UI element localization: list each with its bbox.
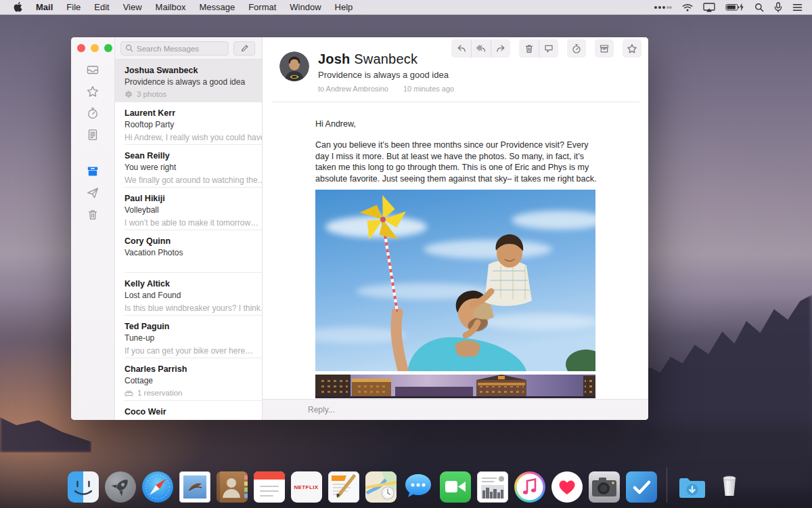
forward-icon[interactable] xyxy=(491,39,510,58)
message-row[interactable]: Ted Paguin Tune-up If you can get your b… xyxy=(115,316,262,358)
photos-icon xyxy=(125,90,133,98)
attachment-photo-pinwheel[interactable] xyxy=(315,190,595,371)
message-row[interactable]: Paul Hikiji Volleyball I won’t be able t… xyxy=(115,188,262,230)
message-row[interactable]: Kelly Altick Lost and Found Is this blue… xyxy=(115,273,262,316)
menu-item-edit[interactable]: Edit xyxy=(87,2,116,12)
menu-item-view[interactable]: View xyxy=(116,2,149,12)
sender-avatar xyxy=(279,51,309,81)
message-subject: Vacation Photos xyxy=(125,248,254,257)
sidebar-rail xyxy=(71,37,115,420)
archive-icon[interactable] xyxy=(595,39,614,58)
archive-icon[interactable] xyxy=(86,165,99,178)
cellular-signal-icon[interactable] xyxy=(654,4,672,11)
message-row[interactable]: Charles Parrish Cottage 1 reservation xyxy=(115,358,262,401)
sender-name: Sean Reilly xyxy=(125,151,254,161)
couch-icon xyxy=(125,389,133,397)
messages-dock-icon[interactable] xyxy=(403,471,434,503)
compose-button[interactable] xyxy=(233,41,255,56)
contacts-dock-icon[interactable] xyxy=(217,471,248,503)
launchpad-dock-icon[interactable] xyxy=(105,471,136,503)
snooze-icon[interactable] xyxy=(567,39,586,58)
news-dock-icon[interactable] xyxy=(477,471,508,503)
apple-menu-icon[interactable] xyxy=(7,2,29,12)
reply-icon[interactable] xyxy=(451,39,471,58)
zoom-button[interactable] xyxy=(104,44,112,52)
airplay-display-icon[interactable] xyxy=(703,3,715,12)
dock: NETFLIX xyxy=(0,465,812,508)
message-toolbar xyxy=(451,39,641,58)
menu-item-mailbox[interactable]: Mailbox xyxy=(149,2,193,12)
message-preview: If you can get your bike over here… xyxy=(125,346,254,356)
netflix-dock-icon[interactable]: NETFLIX xyxy=(291,471,322,503)
message-list: Joshua Swanbeck Providence is always a g… xyxy=(115,37,263,420)
sender-name: Cory Quinn xyxy=(125,236,254,246)
message-subject: Rooftop Party xyxy=(125,120,254,129)
reply-input[interactable] xyxy=(308,405,579,415)
menu-bar: Mail File Edit View Mailbox Message Form… xyxy=(0,0,812,15)
menu-item-mail[interactable]: Mail xyxy=(29,2,60,12)
sent-icon[interactable] xyxy=(86,186,99,200)
search-input[interactable] xyxy=(137,45,224,53)
facetime-dock-icon[interactable] xyxy=(440,471,471,503)
reply-all-icon[interactable] xyxy=(471,39,491,58)
header-divider xyxy=(271,102,639,102)
trash-dock-icon[interactable] xyxy=(714,471,745,503)
calendar-dock-icon[interactable] xyxy=(254,471,285,503)
pages-dock-icon[interactable] xyxy=(328,471,359,503)
menu-item-message[interactable]: Message xyxy=(192,2,242,12)
notification-center-icon[interactable] xyxy=(792,3,803,12)
delete-icon[interactable] xyxy=(519,39,539,58)
itunes-dock-icon[interactable] xyxy=(514,471,545,503)
camera-dock-icon[interactable] xyxy=(589,471,620,503)
menu-item-format[interactable]: Format xyxy=(242,2,283,12)
message-subject: Volleyball xyxy=(125,205,254,215)
downloads-dock-icon[interactable] xyxy=(677,471,708,503)
siri-mic-icon[interactable] xyxy=(774,2,782,12)
netflix-logo: NETFLIX xyxy=(291,471,322,503)
message-row[interactable]: Joshua Swanbeck Providence is always a g… xyxy=(115,60,262,102)
menu-item-window[interactable]: Window xyxy=(283,2,328,12)
message-subject: Providence is always a good idea xyxy=(125,77,254,87)
reply-bar[interactable] xyxy=(263,399,648,420)
message-row[interactable]: Laurent Kerr Rooftop Party Hi Andrew, I … xyxy=(115,102,262,145)
trash-icon[interactable] xyxy=(86,208,99,221)
menu-item-help[interactable]: Help xyxy=(328,2,360,12)
greeting: Hi Andrew, xyxy=(315,119,598,129)
maps-dock-icon[interactable] xyxy=(365,471,397,503)
safari-dock-icon[interactable] xyxy=(142,471,173,503)
body-paragraph: Can you believe it’s been three months s… xyxy=(315,140,598,184)
battery-charging-icon[interactable] xyxy=(725,3,744,12)
inbox-app-dock-icon[interactable] xyxy=(626,471,657,503)
sender-name: Paul Hikiji xyxy=(125,194,254,203)
drafts-icon[interactable] xyxy=(86,128,99,142)
message-row[interactable]: Coco Weir xyxy=(115,401,262,420)
minimize-button[interactable] xyxy=(91,44,99,52)
sender-name: Joshua Swanbeck xyxy=(125,66,254,75)
message-subject-line: Providence is always a good idea xyxy=(318,70,454,80)
attachment-photo-skyline[interactable] xyxy=(315,375,595,398)
reservation-badge: 1 reservation xyxy=(125,389,254,397)
mail-window: Joshua Swanbeck Providence is always a g… xyxy=(71,37,648,420)
spotlight-search-icon[interactable] xyxy=(754,3,764,12)
star-icon[interactable] xyxy=(623,39,641,58)
health-dock-icon[interactable] xyxy=(551,471,583,503)
message-row[interactable]: Sean Reilly You were right We finally go… xyxy=(115,145,262,188)
sender-name: Ted Paguin xyxy=(125,322,254,331)
message-list-header xyxy=(115,37,262,60)
mail-dock-icon[interactable] xyxy=(179,471,210,503)
wifi-icon[interactable] xyxy=(682,3,693,12)
message-preview: I won’t be able to make it tomorrow… xyxy=(125,218,254,228)
menu-item-file[interactable]: File xyxy=(60,2,87,12)
message-preview: We finally got around to watching the… xyxy=(125,175,254,185)
snooze-icon[interactable] xyxy=(86,106,99,120)
inbox-icon[interactable] xyxy=(86,63,99,77)
message-row[interactable]: Cory Quinn Vacation Photos xyxy=(115,230,262,273)
close-button[interactable] xyxy=(77,44,85,52)
message-subject: You were right xyxy=(125,163,254,172)
finder-dock-icon[interactable] xyxy=(68,471,99,503)
message-body: Hi Andrew, Can you believe it’s been thr… xyxy=(315,119,598,184)
spam-icon[interactable] xyxy=(539,39,558,58)
dock-divider xyxy=(667,467,667,503)
starred-icon[interactable] xyxy=(86,85,99,98)
search-field[interactable] xyxy=(120,41,229,56)
